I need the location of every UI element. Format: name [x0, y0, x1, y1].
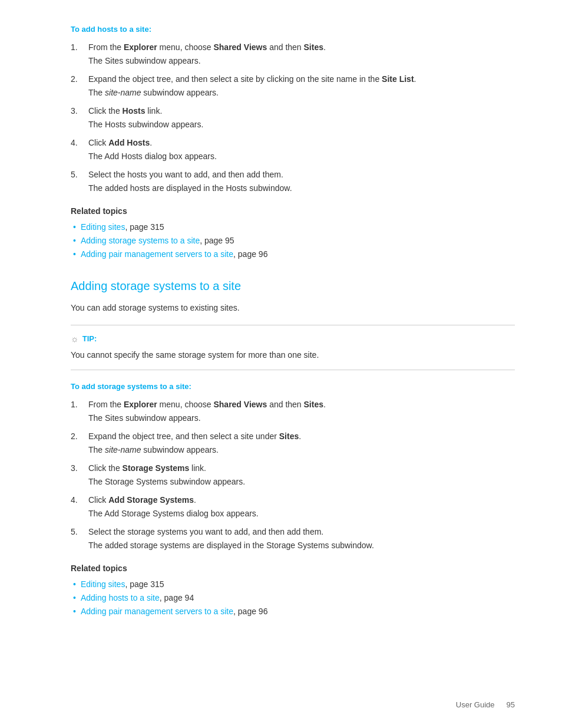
- step-3: 3. Click the Hosts link.: [71, 105, 515, 118]
- storage-systems-section: Adding storage systems to a site You can…: [71, 277, 515, 618]
- related-page-2: , page 95: [200, 235, 234, 247]
- add-storage-steps: 1. From the Explorer menu, choose Shared…: [71, 398, 515, 552]
- storage-step-4: 4. Click Add Storage Systems.: [71, 494, 515, 508]
- storage-step-body-2: Expand the object tree, and then select …: [88, 430, 515, 443]
- step-body-5: Select the hosts you want to add, and th…: [88, 169, 515, 181]
- add-hosts-bold: Add Hosts: [108, 138, 150, 147]
- step-2-continuation: The site-name subwindow appears.: [88, 87, 515, 99]
- adding-storage-link-1[interactable]: Adding storage systems to a site: [81, 235, 200, 247]
- related-topic-item: Editing sites, page 315: [71, 221, 515, 233]
- add-storage-systems-bold: Add Storage Systems: [108, 495, 194, 505]
- add-hosts-section: To add hosts to a site: 1. From the Expl…: [71, 24, 515, 261]
- adding-pair-link-1[interactable]: Adding pair management servers to a site: [81, 248, 233, 261]
- step-1-continuation: The Sites subwindow appears.: [88, 55, 515, 67]
- related-page-s1: , page 315: [125, 578, 164, 591]
- tip-header: ☼ TIP:: [71, 332, 515, 346]
- related-page-1: , page 315: [125, 221, 164, 233]
- s-explorer-bold: Explorer: [124, 400, 157, 409]
- section-title-storage: Adding storage systems to a site: [71, 277, 515, 295]
- storage-step-5-continuation: The added storage systems are displayed …: [88, 539, 515, 552]
- shared-views-bold: Shared Views: [213, 42, 267, 52]
- step-4: 4. Click Add Hosts.: [71, 137, 515, 150]
- step-num-3: 3.: [71, 105, 88, 118]
- storage-systems-bold: Storage Systems: [123, 463, 190, 473]
- adding-hosts-link-2[interactable]: Adding hosts to a site: [81, 592, 160, 604]
- step-5-continuation: The added hosts are displayed in the Hos…: [88, 182, 515, 195]
- footer-label: User Guide: [456, 699, 495, 711]
- related-topics-1-title: Related topics: [71, 205, 515, 218]
- storage-step-1: 1. From the Explorer menu, choose Shared…: [71, 398, 515, 412]
- explorer-bold: Explorer: [124, 42, 157, 52]
- site-list-bold: Site List: [382, 74, 414, 84]
- s-shared-views-bold: Shared Views: [213, 400, 267, 409]
- s-sites-bold: Sites: [304, 400, 323, 409]
- step-num-1: 1.: [71, 41, 88, 55]
- related-topics-1: Related topics Editing sites, page 315 A…: [71, 205, 515, 261]
- storage-step-2: 2. Expand the object tree, and then sele…: [71, 430, 515, 444]
- step-num-4: 4.: [71, 137, 88, 150]
- storage-step-num-3: 3.: [71, 462, 88, 476]
- related-topics-2-title: Related topics: [71, 562, 515, 575]
- step-5: 5. Select the hosts you want to add, and…: [71, 169, 515, 182]
- editing-sites-link-2[interactable]: Editing sites: [81, 578, 125, 591]
- related-topic-item: Adding pair management servers to a site…: [71, 605, 515, 618]
- storage-step-body-5: Select the storage systems you want to a…: [88, 526, 515, 538]
- step-1: 1. From the Explorer menu, choose Shared…: [71, 41, 515, 55]
- section-intro: You can add storage systems to existing …: [71, 302, 515, 314]
- step-num-5: 5.: [71, 169, 88, 182]
- related-page-3: , page 96: [233, 248, 267, 261]
- add-hosts-steps: 1. From the Explorer menu, choose Shared…: [71, 41, 515, 195]
- tip-icon: ☼: [71, 332, 79, 346]
- storage-step-3: 3. Click the Storage Systems link.: [71, 462, 515, 476]
- related-topic-item: Adding hosts to a site, page 94: [71, 592, 515, 604]
- related-topics-2-list: Editing sites, page 315 Adding hosts to …: [71, 578, 515, 618]
- related-topic-item: Adding pair management servers to a site…: [71, 248, 515, 261]
- storage-step-3-continuation: The Storage Systems subwindow appears.: [88, 476, 515, 488]
- related-topic-item: Adding storage systems to a site, page 9…: [71, 235, 515, 247]
- storage-step-body-1: From the Explorer menu, choose Shared Vi…: [88, 398, 515, 411]
- related-page-s2: , page 94: [160, 592, 194, 604]
- s-sites-under-bold: Sites: [279, 431, 299, 441]
- step-num-2: 2.: [71, 73, 88, 87]
- storage-step-num-2: 2.: [71, 430, 88, 444]
- storage-step-body-3: Click the Storage Systems link.: [88, 462, 515, 475]
- step-body-2: Expand the object tree, and then select …: [88, 73, 515, 85]
- footer-page-number: 95: [507, 699, 515, 711]
- step-4-continuation: The Add Hosts dialog box appears.: [88, 150, 515, 163]
- editing-sites-link-1[interactable]: Editing sites: [81, 221, 125, 233]
- adding-pair-link-2[interactable]: Adding pair management servers to a site: [81, 605, 233, 618]
- add-storage-heading: To add storage systems to a site:: [71, 381, 515, 393]
- add-hosts-heading: To add hosts to a site:: [71, 24, 515, 35]
- tip-label: TIP:: [82, 333, 97, 345]
- step-3-continuation: The Hosts subwindow appears.: [88, 118, 515, 131]
- tip-content: You cannot specify the same storage syst…: [71, 349, 515, 361]
- step-2: 2. Expand the object tree, and then sele…: [71, 73, 515, 87]
- storage-step-4-continuation: The Add Storage Systems dialog box appea…: [88, 508, 515, 520]
- hosts-bold: Hosts: [123, 106, 146, 116]
- storage-step-5: 5. Select the storage systems you want t…: [71, 526, 515, 539]
- related-topics-1-list: Editing sites, page 315 Adding storage s…: [71, 221, 515, 261]
- related-topic-item: Editing sites, page 315: [71, 578, 515, 591]
- sites-bold: Sites: [304, 42, 323, 52]
- tip-box: ☼ TIP: You cannot specify the same stora…: [71, 325, 515, 371]
- storage-step-num-1: 1.: [71, 398, 88, 412]
- storage-step-2-continuation: The site-name subwindow appears.: [88, 444, 515, 456]
- step-body-1: From the Explorer menu, choose Shared Vi…: [88, 41, 515, 54]
- storage-step-num-4: 4.: [71, 494, 88, 508]
- site-name-italic: site-name: [105, 88, 141, 97]
- storage-step-body-4: Click Add Storage Systems.: [88, 494, 515, 506]
- related-page-s3: , page 96: [233, 605, 267, 618]
- s-site-name-italic: site-name: [105, 445, 141, 454]
- related-topics-2: Related topics Editing sites, page 315 A…: [71, 562, 515, 618]
- page-footer: User Guide 95: [456, 699, 515, 711]
- storage-step-1-continuation: The Sites subwindow appears.: [88, 412, 515, 424]
- step-body-3: Click the Hosts link.: [88, 105, 515, 117]
- step-body-4: Click Add Hosts.: [88, 137, 515, 149]
- storage-step-num-5: 5.: [71, 526, 88, 539]
